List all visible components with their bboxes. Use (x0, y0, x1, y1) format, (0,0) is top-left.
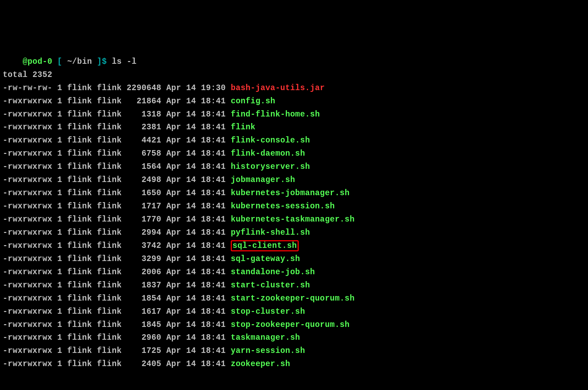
file-name: flink-daemon.sh (231, 149, 305, 158)
file-meta: -rwxrwxrwx 1 flink flink 1318 Apr 14 18:… (3, 110, 231, 119)
file-name: flink (231, 123, 256, 132)
file-meta: -rwxrwxrwx 1 flink flink 1837 Apr 14 18:… (3, 281, 231, 290)
file-row: -rwxrwxrwx 1 flink flink 1318 Apr 14 18:… (3, 108, 585, 121)
file-meta: -rwxrwxrwx 1 flink flink 6758 Apr 14 18:… (3, 149, 231, 158)
file-name: start-cluster.sh (231, 281, 310, 290)
file-name: kubernetes-taskmanager.sh (231, 215, 355, 224)
file-row: -rwxrwxrwx 1 flink flink 1725 Apr 14 18:… (3, 345, 585, 358)
file-row: -rwxrwxrwx 1 flink flink 1854 Apr 14 18:… (3, 292, 585, 305)
file-row: -rw-rw-rw- 1 flink flink 2290648 Apr 14 … (3, 82, 585, 95)
file-meta: -rwxrwxrwx 1 flink flink 2498 Apr 14 18:… (3, 175, 231, 184)
file-row: -rwxrwxrwx 1 flink flink 2381 Apr 14 18:… (3, 121, 585, 134)
file-meta: -rwxrwxrwx 1 flink flink 1617 Apr 14 18:… (3, 307, 231, 316)
total-line: total 2352 (3, 69, 585, 82)
file-name: zookeeper.sh (231, 359, 290, 369)
file-row: -rwxrwxrwx 1 flink flink 3299 Apr 14 18:… (3, 253, 585, 266)
file-name: stop-zookeeper-quorum.sh (231, 320, 350, 329)
file-meta: -rwxrwxrwx 1 flink flink 2994 Apr 14 18:… (3, 228, 231, 237)
file-meta: -rwxrwxrwx 1 flink flink 2006 Apr 14 18:… (3, 268, 231, 277)
terminal-output[interactable]: @pod-0 [ ~/bin ]$ ls -ltotal 2352-rw-rw-… (3, 55, 585, 371)
file-meta: -rwxrwxrwx 1 flink flink 3299 Apr 14 18:… (3, 254, 231, 263)
file-meta: -rwxrwxrwx 1 flink flink 2405 Apr 14 18:… (3, 359, 231, 369)
file-meta: -rwxrwxrwx 1 flink flink 1717 Apr 14 18:… (3, 202, 231, 211)
file-name: sql-gateway.sh (231, 254, 300, 263)
file-meta: -rwxrwxrwx 1 flink flink 1725 Apr 14 18:… (3, 346, 231, 355)
file-row: -rwxrwxrwx 1 flink flink 21864 Apr 14 18… (3, 95, 585, 108)
file-row: -rwxrwxrwx 1 flink flink 1837 Apr 14 18:… (3, 279, 585, 292)
file-name: historyserver.sh (231, 162, 310, 171)
file-name: flink-console.sh (231, 136, 310, 145)
file-meta: -rwxrwxrwx 1 flink flink 4421 Apr 14 18:… (3, 136, 231, 145)
file-meta: -rwxrwxrwx 1 flink flink 21864 Apr 14 18… (3, 97, 231, 106)
file-row: -rwxrwxrwx 1 flink flink 2960 Apr 14 18:… (3, 331, 585, 345)
file-meta: -rwxrwxrwx 1 flink flink 1854 Apr 14 18:… (3, 294, 231, 303)
file-name: bash-java-utils.jar (231, 84, 325, 93)
prompt-command: ls -l (112, 57, 137, 66)
file-name: yarn-session.sh (231, 346, 305, 355)
prompt-open-bracket: [ (57, 57, 62, 66)
file-row: -rwxrwxrwx 1 flink flink 1770 Apr 14 18:… (3, 213, 585, 226)
file-row: -rwxrwxrwx 1 flink flink 1845 Apr 14 18:… (3, 319, 585, 332)
file-row: -rwxrwxrwx 1 flink flink 1564 Apr 14 18:… (3, 161, 585, 174)
prompt-line[interactable]: @pod-0 [ ~/bin ]$ ls -l (3, 55, 585, 69)
file-row: -rwxrwxrwx 1 flink flink 2994 Apr 14 18:… (3, 226, 585, 240)
file-meta: -rwxrwxrwx 1 flink flink 3742 Apr 14 18:… (3, 241, 231, 250)
file-name: kubernetes-session.sh (231, 202, 335, 211)
file-row: -rwxrwxrwx 1 flink flink 2006 Apr 14 18:… (3, 266, 585, 279)
file-row: -rwxrwxrwx 1 flink flink 1650 Apr 14 18:… (3, 187, 585, 200)
file-row: -rwxrwxrwx 1 flink flink 1617 Apr 14 18:… (3, 305, 585, 319)
file-name: sql-client.sh (231, 240, 299, 251)
file-name: kubernetes-jobmanager.sh (231, 189, 350, 198)
file-row: -rwxrwxrwx 1 flink flink 1717 Apr 14 18:… (3, 200, 585, 213)
file-name: find-flink-home.sh (231, 110, 320, 119)
file-name: jobmanager.sh (231, 175, 295, 184)
file-meta: -rwxrwxrwx 1 flink flink 1770 Apr 14 18:… (3, 215, 231, 224)
file-name: start-zookeeper-quorum.sh (231, 294, 355, 303)
file-name: taskmanager.sh (231, 333, 300, 342)
file-meta: -rwxrwxrwx 1 flink flink 1845 Apr 14 18:… (3, 320, 231, 329)
file-row: -rwxrwxrwx 1 flink flink 2405 Apr 14 18:… (3, 358, 585, 371)
file-meta: -rwxrwxrwx 1 flink flink 1650 Apr 14 18:… (3, 189, 231, 198)
file-name: stop-cluster.sh (231, 307, 305, 316)
prompt-close-bracket: ]$ (97, 57, 107, 66)
file-row: -rwxrwxrwx 1 flink flink 4421 Apr 14 18:… (3, 134, 585, 147)
file-meta: -rwxrwxrwx 1 flink flink 2960 Apr 14 18:… (3, 333, 231, 342)
file-name: standalone-job.sh (231, 268, 315, 277)
prompt-user: @pod-0 (23, 57, 52, 66)
file-meta: -rw-rw-rw- 1 flink flink 2290648 Apr 14 … (3, 84, 231, 93)
prompt-path: ~/bin (67, 57, 92, 66)
file-row: -rwxrwxrwx 1 flink flink 2498 Apr 14 18:… (3, 174, 585, 187)
file-row: -rwxrwxrwx 1 flink flink 3742 Apr 14 18:… (3, 240, 585, 253)
file-meta: -rwxrwxrwx 1 flink flink 1564 Apr 14 18:… (3, 162, 231, 171)
file-name: pyflink-shell.sh (231, 228, 310, 237)
file-meta: -rwxrwxrwx 1 flink flink 2381 Apr 14 18:… (3, 123, 231, 132)
file-name: config.sh (231, 97, 275, 106)
file-row: -rwxrwxrwx 1 flink flink 6758 Apr 14 18:… (3, 147, 585, 161)
